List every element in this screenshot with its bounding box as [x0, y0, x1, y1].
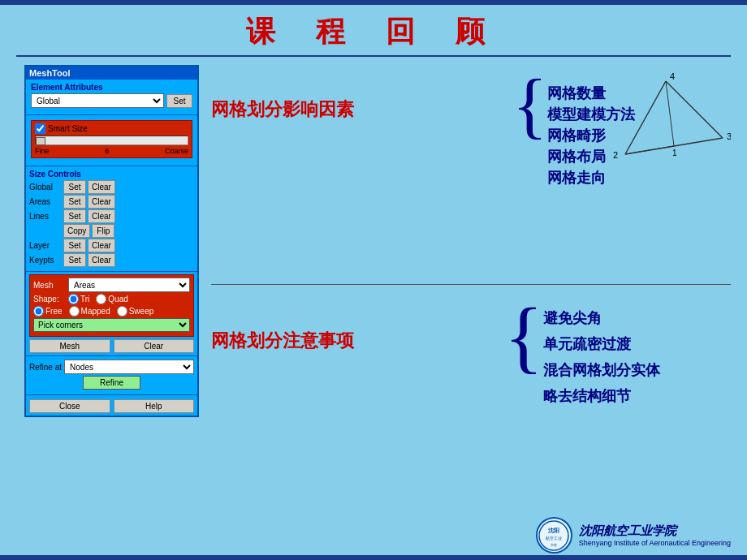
help-btn[interactable]: Help — [114, 399, 195, 413]
set-global-btn[interactable]: Set — [63, 180, 86, 194]
close-btn[interactable]: Close — [29, 399, 110, 413]
pick-corners-dropdown[interactable]: Pick corners — [33, 318, 190, 332]
university-chinese-name: 沈阳航空工业学院 — [579, 523, 731, 539]
page-title: 课 程 回 顾 — [0, 12, 747, 52]
bottom-item-1: 避免尖角 — [543, 308, 660, 328]
svg-text:1: 1 — [672, 149, 677, 157]
divider-3 — [26, 271, 197, 272]
top-items-list: 网格数量 模型建模方法 网格畸形 网格布局 网格走向 — [547, 77, 635, 187]
set-areas-btn[interactable]: Set — [63, 195, 86, 209]
top-border — [0, 0, 747, 5]
sweep-option[interactable]: Sweep — [117, 306, 154, 317]
clear-mesh-btn[interactable]: Clear — [114, 339, 195, 353]
bottom-section: 网格划分注意事项 { 避免尖角 单元疏密过渡 混合网格划分实体 略去结构细节 — [211, 296, 660, 406]
logo-text-block: 沈阳航空工业学院 Shenyang Institute of Aeronauti… — [579, 523, 731, 547]
shape-radio-group: Tri Quad — [68, 294, 128, 304]
quad-option[interactable]: Quad — [96, 294, 127, 304]
main-content: 4 3 2 1 网格划分影响因素 { 网格数量 模型建模方法 网格畸形 网格布局… — [211, 65, 731, 511]
svg-text:4: 4 — [670, 73, 675, 81]
clear-global-btn[interactable]: Clear — [88, 180, 115, 194]
mesh-label: Mesh — [33, 281, 66, 290]
mapped-option[interactable]: Mapped — [69, 306, 110, 317]
bottom-section-heading: 网格划分注意事项 — [211, 329, 354, 353]
mesh-btn[interactable]: Mesh — [29, 339, 110, 353]
top-item-3: 网格畸形 — [547, 126, 635, 145]
divider-5 — [26, 394, 197, 395]
top-brace: { — [512, 69, 547, 142]
sc-row-lines: Lines Set Clear — [29, 209, 194, 223]
title-rule — [16, 55, 731, 57]
clear-lines-btn[interactable]: Clear — [88, 209, 115, 223]
panel-title: MeshTool — [26, 67, 197, 80]
svg-text:学院: 学院 — [551, 543, 557, 547]
top-item-2: 模型建模方法 — [547, 105, 635, 124]
smart-size-checkbox[interactable] — [35, 123, 45, 134]
shape-label: Shape: — [33, 295, 66, 304]
bottom-item-3: 混合网格划分实体 — [543, 360, 660, 380]
smart-size-container: Smart Size Fine 6 Coarse — [31, 120, 192, 158]
svg-line-0 — [666, 81, 723, 138]
global-dropdown[interactable]: Global — [31, 93, 164, 108]
element-attributes-label: Element Attributes — [31, 83, 192, 92]
tri-option[interactable]: Tri — [68, 294, 89, 304]
size-controls-section: Size Controls Global Set Clear Areas Set… — [26, 168, 197, 269]
clear-keypts-btn[interactable]: Clear — [88, 253, 115, 267]
set-button-element[interactable]: Set — [166, 94, 192, 108]
fine-label: Fine — [35, 147, 50, 155]
refine-at-label: Refine at — [29, 363, 62, 372]
bottom-brace: { — [504, 296, 543, 377]
smart-size-section: Smart Size Fine 6 Coarse — [26, 117, 197, 164]
mesh-area-section: Mesh Areas Shape: Tri Quad Free — [29, 274, 194, 337]
set-keypts-btn[interactable]: Set — [63, 253, 86, 267]
clear-layer-btn[interactable]: Clear — [88, 239, 115, 252]
free-option[interactable]: Free — [33, 306, 63, 317]
sc-keypts-label: Keypts — [29, 256, 62, 265]
refine-nodes-dropdown[interactable]: Nodes — [64, 360, 194, 374]
meshtool-panel: MeshTool Element Attributes Global Set S… — [24, 65, 199, 417]
svg-text:3: 3 — [727, 131, 731, 141]
top-item-1: 网格数量 — [547, 84, 635, 103]
content-divider — [211, 284, 731, 285]
top-section-heading: 网格划分影响因素 — [211, 97, 354, 122]
bottom-item-4: 略去结构细节 — [543, 386, 660, 406]
sc-layer-label: Layer — [29, 241, 62, 250]
coarse-label: Coarse — [165, 147, 188, 155]
sc-row-global: Global Set Clear — [29, 180, 194, 194]
sc-global-label: Global — [29, 183, 62, 192]
divider-1 — [26, 114, 197, 115]
refine-btn[interactable]: Refine — [83, 376, 140, 390]
mesh-clear-row: Mesh Clear — [29, 339, 194, 353]
smart-size-slider[interactable] — [35, 136, 188, 145]
top-item-5: 网格走向 — [547, 168, 635, 187]
bottom-items-list: 避免尖角 单元疏密过渡 混合网格划分实体 略去结构细节 — [543, 300, 660, 406]
refine-section: Refine at Nodes Refine — [26, 358, 197, 393]
element-attributes-section: Element Attributes Global Set — [26, 80, 197, 113]
sc-row-layer: Layer Set Clear — [29, 239, 194, 252]
divider-2 — [26, 166, 197, 166]
smart-size-label: Smart Size — [48, 124, 88, 133]
mesh-type-dropdown[interactable]: Areas — [68, 278, 190, 292]
sc-areas-label: Areas — [29, 197, 62, 206]
flip-btn[interactable]: Flip — [92, 224, 114, 238]
top-brace-area: { 网格数量 模型建模方法 网格畸形 网格布局 网格走向 — [512, 77, 635, 187]
slider-thumb — [36, 137, 45, 145]
mesh-method-group: Free Mapped Sweep — [33, 306, 153, 317]
logo-svg: 沈阳 航空工业 学院 — [538, 519, 570, 552]
set-layer-btn[interactable]: Set — [63, 239, 86, 252]
top-item-4: 网格布局 — [547, 147, 635, 166]
clear-areas-btn[interactable]: Clear — [88, 195, 115, 209]
slider-value: 6 — [105, 147, 109, 155]
size-controls-label: Size Controls — [29, 170, 194, 179]
set-lines-btn[interactable]: Set — [63, 209, 86, 223]
svg-line-3 — [666, 81, 674, 146]
sc-lines-label: Lines — [29, 212, 62, 221]
svg-text:航空工业: 航空工业 — [546, 536, 562, 541]
top-section: 网格划分影响因素 { 网格数量 模型建模方法 网格畸形 网格布局 网格走向 — [211, 73, 635, 187]
bottom-buttons: Close Help — [26, 397, 197, 416]
bottom-border — [0, 555, 747, 560]
logo-area: 沈阳 航空工业 学院 沈阳航空工业学院 Shenyang Institute o… — [536, 517, 731, 554]
svg-text:沈阳: 沈阳 — [548, 527, 559, 533]
copy-btn[interactable]: Copy — [63, 224, 90, 238]
bottom-item-2: 单元疏密过渡 — [543, 334, 660, 354]
university-logo: 沈阳 航空工业 学院 — [536, 517, 572, 554]
